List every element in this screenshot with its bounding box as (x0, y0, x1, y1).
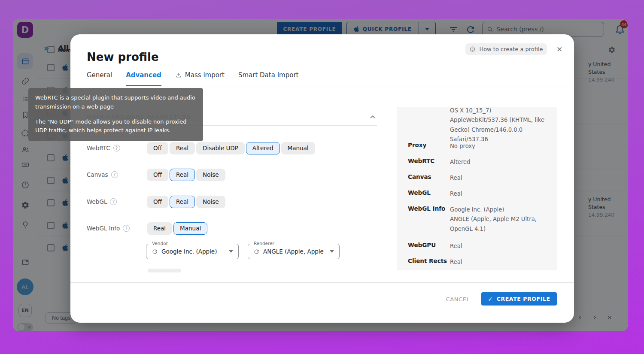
new-profile-modal: New profile How to create a profile ✕ Ge… (70, 34, 574, 323)
webrtc-option-disable-udp[interactable]: Disable UDP (196, 142, 245, 154)
collapse-section-button[interactable] (368, 113, 377, 121)
vendor-select-label: Vendor (150, 241, 170, 246)
divider (70, 87, 574, 87)
canvas-option-real[interactable]: Real (170, 169, 195, 181)
webrtc-option-manual[interactable]: Manual (281, 142, 315, 154)
webrtc-option-altered[interactable]: Altered (246, 142, 280, 154)
webgl-setting-row: WebGL ? Off Real Noise (87, 195, 225, 208)
summary-value: No proxy (450, 142, 475, 151)
webrtc-setting-row: WebRTC ? Off Real Disable UDP Altered Ma… (87, 142, 315, 154)
webrtc-option-off[interactable]: Off (147, 142, 168, 154)
chevron-down-icon (330, 250, 334, 253)
webgl-option-off[interactable]: Off (147, 196, 168, 208)
webrtc-option-real[interactable]: Real (170, 142, 195, 154)
webgl-info-setting-row: WebGL Info ? Real Manual (87, 222, 207, 235)
help-icon[interactable]: ? (110, 198, 117, 205)
summary-label: WebGL (408, 189, 450, 199)
profile-summary-panel: OS X 10_15_7) AppleWebKit/537.36 (KHTML,… (397, 107, 557, 270)
webgl-label: WebGL ? (87, 198, 147, 205)
summary-useragent-row: OS X 10_15_7) AppleWebKit/537.36 (KHTML,… (408, 107, 550, 145)
check-icon: ✓ (488, 296, 493, 303)
webgl-info-option-real[interactable]: Real (147, 222, 172, 235)
clipped-next-row (148, 269, 181, 272)
vendor-value: Google Inc. (Apple) (161, 248, 224, 255)
summary-canvas-row: Canvas Real (408, 173, 550, 183)
useragent-value: OS X 10_15_7) AppleWebKit/537.36 (KHTML,… (450, 107, 550, 145)
summary-label: Canvas (408, 173, 450, 183)
renderer-select-label: Renderer (252, 241, 276, 246)
tooltip-paragraph: WebRTC is a special plugin that supports… (35, 94, 196, 112)
summary-value: Real (450, 173, 462, 183)
summary-client-rects-row: Client Rects Real (408, 257, 550, 267)
canvas-options: Off Real Noise (147, 169, 225, 181)
webgl-info-vendor-value: Google Inc. (Apple) (450, 206, 504, 213)
webgl-options: Off Real Noise (147, 196, 225, 208)
summary-webgl-row: WebGL Real (408, 189, 550, 199)
summary-label: Proxy (408, 142, 450, 151)
divider (70, 282, 574, 283)
summary-value: Real (450, 242, 462, 251)
video-tutorial-icon (469, 46, 476, 52)
tooltip-paragraph: The "No UDP" mode allows you to disable … (35, 118, 196, 136)
modal-title: New profile (87, 51, 159, 64)
cancel-button[interactable]: CANCEL (440, 293, 476, 305)
tab-smart-data-import[interactable]: Smart Data Import (238, 71, 299, 86)
renderer-value: ANGLE (Apple, Apple ... (263, 248, 325, 255)
summary-webgl-info-row: WebGL Info Google Inc. (Apple) ANGLE (Ap… (408, 205, 550, 234)
help-icon[interactable]: ? (123, 225, 130, 232)
summary-label: WebRTC (408, 157, 450, 167)
summary-value: Real (450, 189, 462, 199)
canvas-setting-row: Canvas ? Off Real Noise (87, 168, 225, 181)
how-to-create-profile-button[interactable]: How to create a profile (465, 43, 547, 55)
chevron-up-icon (368, 113, 377, 121)
webrtc-options: Off Real Disable UDP Altered Manual (147, 142, 315, 154)
summary-value: Real (450, 257, 462, 267)
tab-mass-import[interactable]: Mass import (175, 71, 225, 86)
webgl-option-real[interactable]: Real (170, 196, 195, 208)
summary-proxy-row: Proxy No proxy (408, 142, 550, 151)
webrtc-tooltip: WebRTC is a special plugin that supports… (28, 88, 203, 141)
tab-advanced[interactable]: Advanced (126, 71, 161, 86)
close-icon[interactable]: ✕ (555, 45, 564, 54)
canvas-option-noise[interactable]: Noise (196, 169, 225, 181)
webgl-info-options: Real Manual (147, 222, 207, 235)
tab-general[interactable]: General (87, 71, 112, 86)
webrtc-label: WebRTC ? (87, 145, 147, 151)
summary-value: Altered (450, 157, 471, 167)
summary-label (408, 107, 450, 145)
webgl-option-noise[interactable]: Noise (196, 196, 225, 208)
help-icon[interactable]: ? (111, 171, 118, 178)
regenerate-icon (152, 248, 158, 255)
summary-webgpu-row: WebGPU Real (408, 242, 550, 251)
create-profile-button[interactable]: ✓ CREATE PROFILE (481, 292, 557, 306)
webgl-info-label: WebGL Info ? (87, 225, 147, 232)
chevron-down-icon (229, 250, 233, 253)
summary-label: Client Rects (408, 257, 450, 267)
renderer-select[interactable]: Renderer ANGLE (Apple, Apple ... (248, 244, 340, 259)
download-icon (175, 72, 182, 79)
regenerate-icon (253, 248, 260, 255)
summary-label: WebGPU (408, 242, 450, 251)
vendor-select[interactable]: Vendor Google Inc. (Apple) (146, 244, 239, 259)
canvas-option-off[interactable]: Off (147, 169, 168, 181)
canvas-label: Canvas ? (87, 171, 147, 178)
webgl-info-option-manual[interactable]: Manual (173, 222, 207, 235)
help-icon[interactable]: ? (113, 145, 120, 151)
modal-tabs: General Advanced Mass import Smart Data … (87, 71, 298, 86)
webgl-info-renderer-value: ANGLE (Apple, Apple M2 Ultra, OpenGL 4.1… (450, 216, 537, 232)
summary-webrtc-row: WebRTC Altered (408, 157, 550, 167)
summary-label: WebGL Info (408, 205, 450, 234)
